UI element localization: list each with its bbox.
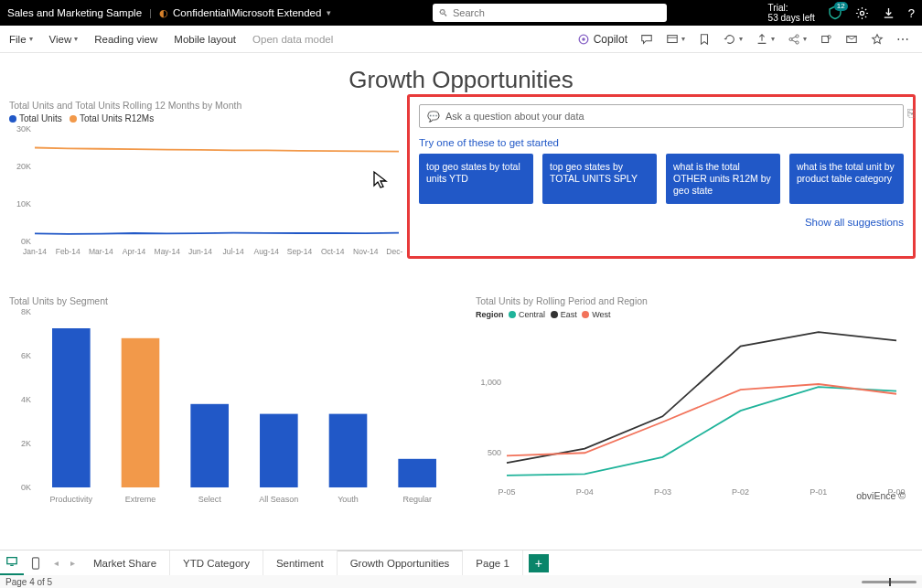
svg-text:10K: 10K [16, 199, 31, 208]
notifications-button[interactable]: 12 [828, 5, 842, 20]
refresh-button[interactable]: ▾ [720, 33, 746, 46]
svg-text:4K: 4K [21, 395, 31, 404]
svg-text:500: 500 [488, 448, 501, 457]
svg-text:Select: Select [198, 495, 222, 504]
svg-text:P-05: P-05 [498, 487, 515, 497]
page-title: Growth Opportunities [0, 66, 922, 94]
svg-text:Jul-14: Jul-14 [223, 247, 244, 256]
chevron-down-icon: ▾ [29, 35, 33, 43]
qna-suggestion[interactable]: what is the total OTHER units R12M by ge… [666, 154, 780, 204]
region-line-chart: 5001,000P-05P-04P-03P-02P-01P-00 [476, 321, 906, 499]
svg-text:Productivity: Productivity [50, 495, 93, 504]
legend: Total Units Total Units R12Ms [9, 113, 402, 123]
chart-title: Total Units by Rolling Period and Region [476, 295, 915, 306]
tab-sentiment[interactable]: Sentiment [263, 551, 338, 576]
svg-text:Oct-14: Oct-14 [321, 247, 345, 256]
teams-button[interactable] [816, 33, 836, 46]
download-button[interactable] [882, 6, 895, 20]
bookmark-button[interactable] [694, 33, 714, 46]
legend-dot-icon [582, 311, 589, 318]
svg-point-0 [860, 11, 863, 15]
more-button[interactable]: ⋯ [893, 32, 913, 47]
svg-text:Aug-14: Aug-14 [254, 247, 280, 256]
line-chart-visual[interactable]: Total Units and Total Units Rolling 12 M… [9, 100, 402, 262]
qna-input[interactable]: 💬 Ask a question about your data [419, 104, 904, 128]
svg-rect-52 [7, 558, 17, 564]
svg-text:0K: 0K [21, 483, 31, 492]
file-menu[interactable]: File▾ [9, 34, 33, 45]
add-page-button[interactable]: + [529, 554, 549, 572]
svg-rect-42 [398, 459, 436, 487]
qna-suggestion[interactable]: top geo states by total units YTD [419, 154, 533, 204]
svg-text:P-01: P-01 [809, 487, 827, 497]
favorite-button[interactable] [867, 33, 887, 46]
svg-text:Regular: Regular [402, 495, 432, 504]
svg-text:All Season: All Season [259, 495, 298, 504]
show-all-suggestions-link[interactable]: Show all suggestions [419, 217, 904, 228]
svg-text:30K: 30K [16, 125, 31, 134]
bar-chart-visual[interactable]: Total Units by Segment 0K2K4K6K8KProduct… [9, 295, 457, 511]
svg-text:8K: 8K [21, 307, 31, 316]
chat-icon: 💬 [427, 111, 440, 123]
qna-visual[interactable]: 💬 Ask a question about your data ⎘ Try o… [407, 94, 916, 259]
svg-point-2 [582, 37, 585, 41]
svg-rect-36 [190, 404, 229, 487]
svg-rect-32 [52, 328, 91, 487]
mobile-view-icon[interactable] [24, 557, 48, 570]
search-icon: 🔍︎ [438, 7, 448, 18]
svg-rect-54 [33, 557, 39, 568]
region-chart-visual[interactable]: Total Units by Rolling Period and Region… [476, 295, 915, 503]
notification-count: 12 [834, 2, 848, 11]
sensitivity-label[interactable]: Confidential\Microsoft Extended [173, 7, 321, 18]
svg-text:May-14: May-14 [155, 247, 181, 256]
svg-text:Extreme: Extreme [125, 495, 156, 504]
svg-rect-34 [122, 338, 160, 487]
qna-suggestion[interactable]: top geo states by TOTAL UNITS SPLY [542, 154, 657, 204]
legend-dot-icon [70, 115, 77, 123]
svg-point-5 [789, 37, 792, 40]
svg-text:Apr-14: Apr-14 [123, 247, 146, 256]
tab-market-share[interactable]: Market Share [80, 551, 170, 576]
svg-text:0K: 0K [21, 237, 31, 246]
search-input[interactable] [453, 7, 661, 18]
help-button[interactable]: ? [908, 6, 915, 20]
settings-button[interactable] [855, 6, 869, 20]
comment-button[interactable] [637, 33, 657, 46]
zoom-slider[interactable] [862, 581, 917, 583]
bar-chart: 0K2K4K6K8KProductivityExtremeSelectAll S… [9, 306, 457, 508]
brand-label: obviEnce © [856, 490, 906, 501]
sensitivity-icon: ◐ [159, 7, 168, 19]
svg-text:Mar-14: Mar-14 [89, 247, 113, 256]
svg-text:Youth: Youth [338, 495, 359, 504]
tabs-prev-button[interactable]: ◂ [48, 558, 64, 568]
tab-growth-opportunities[interactable]: Growth Opportunities [338, 551, 464, 576]
tab-page-1[interactable]: Page 1 [463, 551, 522, 576]
status-bar: Page 4 of 5 [0, 575, 922, 588]
open-data-model-button[interactable]: Open data model [252, 34, 333, 45]
chart-title: Total Units and Total Units Rolling 12 M… [9, 100, 402, 111]
tabs-next-button[interactable]: ▸ [64, 558, 80, 568]
layout-button[interactable]: ▾ [662, 33, 689, 46]
desktop-view-icon[interactable] [0, 551, 24, 576]
legend-dot-icon [551, 311, 558, 318]
svg-text:Jan-14: Jan-14 [23, 247, 47, 256]
qna-suggestions: top geo states by total units YTD top ge… [419, 154, 904, 204]
svg-point-7 [796, 40, 799, 43]
tab-ytd-category[interactable]: YTD Category [170, 551, 263, 576]
copilot-button[interactable]: Copilot [577, 33, 627, 46]
subscribe-button[interactable] [842, 33, 862, 46]
qna-suggestion[interactable]: what is the total unit by product table … [789, 154, 904, 204]
search-box[interactable]: 🔍︎ [433, 4, 667, 22]
export-button[interactable]: ▾ [752, 33, 778, 46]
svg-point-6 [796, 34, 799, 37]
trial-status[interactable]: Trial: 53 days left [768, 3, 815, 23]
reading-view-button[interactable]: Reading view [94, 34, 157, 45]
mobile-layout-button[interactable]: Mobile layout [174, 34, 236, 45]
svg-text:P-02: P-02 [732, 487, 749, 497]
line-chart: 30K20K10K0KJan-14Feb-14Mar-14Apr-14May-1… [9, 125, 402, 258]
share-button[interactable]: ▾ [784, 33, 810, 46]
command-bar: File▾ View▾ Reading view Mobile layout O… [0, 26, 922, 53]
qna-settings-icon[interactable]: ⎘ [907, 106, 915, 120]
view-menu[interactable]: View▾ [49, 34, 79, 45]
svg-rect-3 [668, 35, 678, 42]
